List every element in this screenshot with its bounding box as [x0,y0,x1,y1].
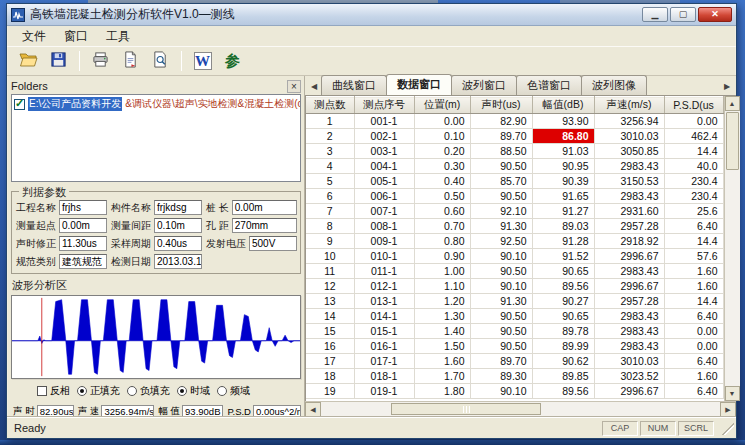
col-header-sound-time[interactable]: 声时(us) [470,97,532,114]
table-cell[interactable]: 5 [306,174,354,189]
table-cell[interactable]: 1.50 [414,339,470,354]
table-cell[interactable]: 007-1 [354,204,414,219]
table-cell[interactable]: 0.70 [414,219,470,234]
table-cell[interactable]: 2 [306,129,354,144]
table-cell[interactable]: 1.70 [414,369,470,384]
freq-domain-radio[interactable] [217,386,227,396]
table-cell[interactable]: 1.60 [664,279,723,294]
table-row[interactable]: 11011-11.0090.5090.652983.431.60 [306,264,723,279]
col-header-position[interactable]: 位置(m) [414,97,470,114]
table-cell[interactable]: 1.60 [664,264,723,279]
waveform-chart[interactable] [11,295,301,379]
scroll-left-icon[interactable]: ◀ [305,402,321,417]
table-cell[interactable]: 91.27 [532,204,594,219]
titlebar[interactable]: 高铁墙混凝土检测分析软件V1.0—测线 ▁ ▢ ✕ [7,4,736,26]
table-cell[interactable]: 3010.03 [594,129,664,144]
table-cell[interactable]: 008-1 [354,219,414,234]
table-cell[interactable]: 90.50 [470,264,532,279]
table-cell[interactable]: 89.56 [532,384,594,399]
table-cell[interactable]: 2996.67 [594,384,664,399]
tab-data-window[interactable]: 数据窗口 [386,74,452,95]
table-cell[interactable]: 6.40 [664,309,723,324]
table-cell[interactable]: 2996.67 [594,249,664,264]
table-row[interactable]: 6006-10.5090.5091.652983.43230.4 [306,189,723,204]
table-cell[interactable]: 2996.67 [594,279,664,294]
menu-file[interactable]: 文件 [13,26,55,47]
table-cell[interactable]: 92.50 [470,234,532,249]
table-cell[interactable]: 0.00 [664,339,723,354]
table-cell[interactable]: 2983.43 [594,189,664,204]
table-cell[interactable]: 6.40 [664,384,723,399]
table-cell[interactable]: 1.60 [664,369,723,384]
fill-positive-control[interactable]: 正填充 [77,384,120,398]
table-row[interactable]: 7007-10.6092.1091.272931.6025.6 [306,204,723,219]
table-cell[interactable]: 11 [306,264,354,279]
table-cell[interactable]: 3010.03 [594,354,664,369]
panel-close-icon[interactable]: × [287,80,301,93]
close-button[interactable]: ✕ [698,7,732,22]
time-domain-radio[interactable] [177,386,187,396]
menu-window[interactable]: 窗口 [55,26,97,47]
table-cell[interactable]: 25.6 [664,204,723,219]
invert-control[interactable]: 反相 [37,384,70,398]
table-cell[interactable]: 0.80 [414,234,470,249]
table-row[interactable]: 9009-10.8092.5091.282918.9214.4 [306,234,723,249]
table-row[interactable]: 4004-10.3090.5090.952983.4340.0 [306,159,723,174]
tab-curve-window[interactable]: 曲线窗口 [321,75,387,95]
table-cell[interactable]: 13 [306,294,354,309]
table-cell[interactable]: 12 [306,279,354,294]
folder-tree[interactable]: E:\公司产品资料开发&调试仪器\超声\实地检测&混凝土检测(cd\p003\p… [11,94,301,182]
table-cell[interactable]: 90.50 [470,339,532,354]
table-cell[interactable]: 1.80 [414,384,470,399]
table-cell[interactable]: 0.00 [664,114,723,129]
table-cell[interactable]: 89.85 [532,369,594,384]
save-button[interactable] [45,49,72,74]
col-header-point-id[interactable]: 测点序号 [354,97,414,114]
table-cell[interactable]: 14.4 [664,294,723,309]
resize-grip[interactable] [720,421,734,435]
time-domain-control[interactable]: 时域 [177,384,210,398]
table-cell[interactable]: 14 [306,309,354,324]
table-cell[interactable]: 15 [306,324,354,339]
fill-negative-radio[interactable] [127,386,137,396]
param-value[interactable]: 0.00m [232,200,297,215]
table-cell[interactable]: 1 [306,114,354,129]
table-row[interactable]: 10010-10.9090.1091.522996.6757.6 [306,249,723,264]
table-cell[interactable]: 0.90 [414,249,470,264]
table-cell[interactable]: 91.30 [470,219,532,234]
tree-item-checkbox[interactable] [14,99,25,110]
tab-scroll-left-icon[interactable]: ◀ [307,79,321,95]
word-report-button[interactable]: W [189,49,216,74]
table-cell[interactable]: 0.00 [664,324,723,339]
minimize-button[interactable]: ▁ [642,7,668,22]
table-cell[interactable]: 0.60 [414,204,470,219]
table-cell[interactable]: 001-1 [354,114,414,129]
table-cell[interactable]: 90.10 [470,249,532,264]
horizontal-scrollbar[interactable]: ◀ ▶ [305,401,736,417]
table-row[interactable]: 3003-10.2088.5091.033050.8514.4 [306,144,723,159]
table-cell[interactable]: 90.50 [470,189,532,204]
table-cell[interactable]: 0.10 [414,129,470,144]
table-cell[interactable]: 16 [306,339,354,354]
table-cell[interactable]: 90.10 [470,384,532,399]
param-value[interactable]: 0.40us [154,236,202,251]
table-cell[interactable]: 002-1 [354,129,414,144]
table-cell[interactable]: 14.4 [664,144,723,159]
table-cell[interactable]: 2983.43 [594,159,664,174]
tab-spectrum-window[interactable]: 色谱窗口 [516,75,582,95]
table-cell[interactable]: 015-1 [354,324,414,339]
table-cell[interactable]: 40.0 [664,159,723,174]
table-cell[interactable]: 0.20 [414,144,470,159]
col-header-point-count[interactable]: 测点数 [306,97,354,114]
table-cell[interactable]: 003-1 [354,144,414,159]
tab-wavetrain-window[interactable]: 波列窗口 [451,75,517,95]
open-button[interactable] [15,49,42,74]
table-cell[interactable]: 90.65 [532,264,594,279]
table-cell[interactable]: 91.52 [532,249,594,264]
table-cell[interactable]: 3050.85 [594,144,664,159]
table-cell[interactable]: 6.40 [664,354,723,369]
table-cell[interactable]: 005-1 [354,174,414,189]
tree-item[interactable]: E:\公司产品资料开发&调试仪器\超声\实地检测&混凝土检测(cd\p003\p… [14,97,298,111]
table-cell[interactable]: 86.80 [532,129,594,144]
table-cell[interactable]: 4 [306,159,354,174]
